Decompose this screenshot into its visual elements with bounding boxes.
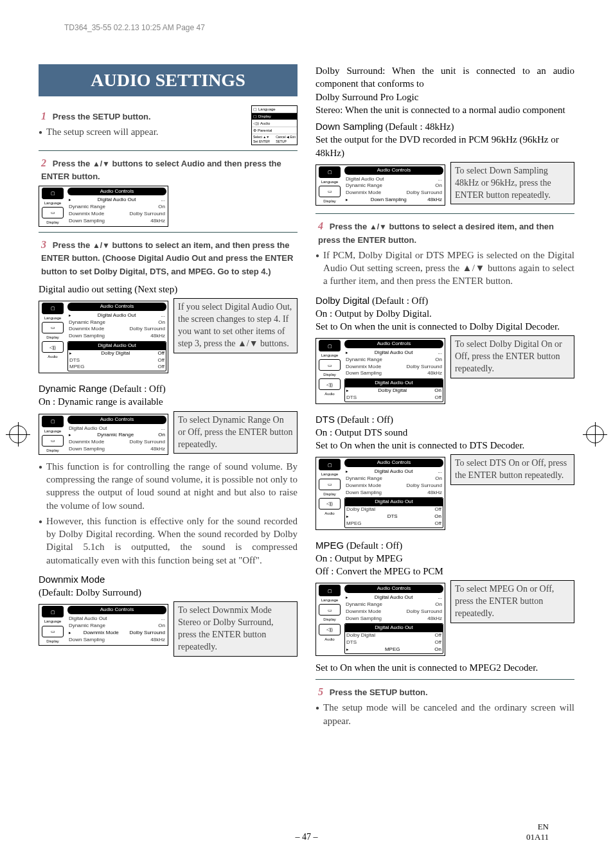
downmix-heading: Downmix Mode (39, 573, 298, 586)
up-down-icon: ▲/▼ (93, 241, 110, 250)
digital-audio-out-heading: Digital audio out setting (Next step) (39, 283, 298, 296)
setup-screen-icon: ▢ Language ▢ Display ◁)) Audio ⚙ Parenta… (251, 105, 298, 145)
step-4-number: 4 (318, 220, 323, 231)
osd-screen-1: ▢ Language ▭ Display Audio Controls Digi… (39, 186, 168, 227)
osd-screen-7: ▢Language ▭Display ◁))Audio Audio Contro… (315, 457, 445, 529)
step-4: 4 Press the ▲/▼ buttons to select a desi… (315, 219, 574, 246)
dts-tip: To select DTS On or Off, press the ENTER… (450, 454, 574, 485)
down-sampling-desc: Set the output for the DVD recorded in P… (315, 133, 574, 159)
step-3: 3 Press the ▲/▼ buttons to select an ite… (39, 238, 298, 278)
step-2-number: 2 (41, 157, 46, 168)
dolby-tip: To select Dolby Digital On or Off, press… (450, 335, 574, 378)
mpeg-heading: MPEG (Default : Off) (315, 539, 574, 552)
dynamic-range-tip: To select Dynamic Range On or Off, press… (173, 411, 298, 454)
dolby-pro-logic: Dolby Surround Pro Logic (315, 91, 574, 103)
dyn-range-p1: This function is for controlling the ran… (39, 460, 298, 512)
dts-on: On : Output DTS sound (315, 426, 574, 439)
dts-heading: DTS (Default : Off) (315, 413, 574, 426)
divider (315, 679, 574, 680)
down-sampling-tip: To select Down Sampling 48kHz or 96kHz, … (450, 162, 574, 205)
osd-screen-8: ▢Language ▭Display ◁))Audio Audio Contro… (315, 583, 445, 655)
step-5-note: The setup mode will be canceled and the … (315, 701, 574, 727)
step-1-note: The setup screen will appear. (39, 125, 245, 138)
step-5-text: Press the SETUP button. (330, 687, 428, 697)
mpeg-off: Off : Convert the MPEG to PCM (315, 565, 574, 578)
footer-right: EN 01A11 (526, 822, 549, 842)
dynamic-range-on: On : Dynamic range is available (39, 395, 298, 408)
dynamic-range-heading: Dynamic Range (Default : Off) (39, 382, 298, 395)
step-1-text: Press the SETUP button. (53, 112, 151, 121)
dts-desc: Set to On when the unit is connected to … (315, 439, 574, 452)
step-2: 2 Press the ▲/▼ buttons to select Audio … (39, 156, 298, 183)
up-down-icon: ▲/▼ (93, 159, 110, 168)
dolby-desc: Set to On when the unit is connected to … (315, 320, 574, 333)
mpeg-desc: Set to On when the unit is connected to … (315, 661, 574, 674)
mpeg-tip: To select MPEG On or Off, press the ENTE… (450, 580, 574, 623)
mpeg-on: On : Output by MPEG (315, 552, 574, 565)
step-5: 5 Press the SETUP button. (315, 685, 574, 699)
divider (315, 213, 574, 214)
right-column: Dolby Surround: When the unit is connect… (315, 64, 574, 730)
registration-mark-right (586, 425, 604, 443)
tv-icon: ▭ (42, 207, 64, 218)
dolby-digital-heading: Dolby Digital (Default : Off) (315, 294, 574, 307)
left-column: AUDIO SETTINGS 1 Press the SETUP button.… (39, 64, 298, 730)
registration-mark-left (9, 425, 27, 443)
divider (39, 232, 298, 233)
step-5-number: 5 (318, 686, 323, 697)
stereo-desc: Stereo: When the unit is connected to a … (315, 103, 574, 116)
osd-screen-5: ▢Language ▭Display Audio Controls Digita… (315, 164, 445, 206)
osd-screen-4: ▢Language ▭Display Audio Controls Digita… (39, 604, 168, 645)
downmix-default: (Default: Dolby Surround) (39, 586, 298, 599)
speech-icon: ▢ (42, 188, 64, 199)
osd-screen-6: ▢Language ▭Display ◁))Audio Audio Contro… (315, 338, 445, 403)
step-1-number: 1 (41, 111, 46, 121)
doc-header: TD364_35-55 02.2.13 10:25 AM Page 47 (64, 23, 205, 32)
down-sampling-heading: Down Sampling (Default : 48kHz) (315, 120, 574, 133)
step-1: 1 Press the SETUP button. (39, 109, 245, 123)
up-down-icon: ▲/▼ (369, 222, 387, 231)
downmix-tip: To select Downmix Mode Stereo or Dolby S… (173, 601, 298, 657)
section-title: AUDIO SETTINGS (39, 64, 298, 96)
digital-out-tip: If you select Digital Audio Out, the scr… (173, 298, 298, 353)
dyn-range-p2: However, this function is effective only… (39, 515, 298, 567)
divider (39, 150, 298, 151)
step-4-note: If PCM, Dolby Digital or DTS MPEG is sel… (315, 249, 574, 288)
osd-screen-2: ▢Language ▭Display ◁))Audio Audio Contro… (39, 301, 168, 373)
dolby-surround-desc: Dolby Surround: When the unit is connect… (315, 64, 574, 91)
step-3-number: 3 (41, 239, 46, 250)
dolby-on: On : Output by Dolby Digital. (315, 307, 574, 320)
page-number: – 47 – (0, 832, 613, 842)
osd-screen-3: ▢Language ▭Display Audio Controls Digita… (39, 414, 168, 455)
